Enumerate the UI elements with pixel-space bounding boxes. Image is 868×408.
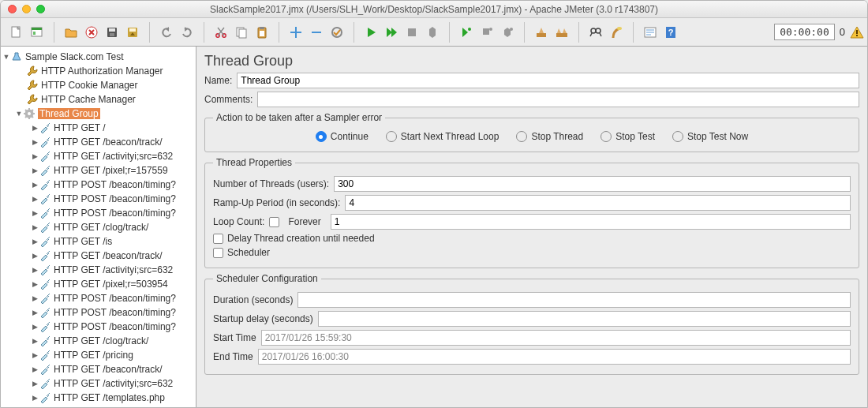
- save-as-button[interactable]: [123, 23, 142, 42]
- caret-icon[interactable]: ▶: [31, 238, 39, 245]
- caret-icon[interactable]: ▶: [31, 280, 39, 288]
- stop-button[interactable]: [402, 23, 421, 42]
- tree-sampler[interactable]: ▶HTTP GET /pixel;r=157559: [1, 163, 196, 178]
- reset-search-button[interactable]: [607, 23, 626, 42]
- caret-icon[interactable]: ▶: [31, 223, 39, 231]
- loop-count-input[interactable]: [331, 214, 851, 230]
- syringe-icon: [39, 221, 51, 234]
- tree-sampler[interactable]: ▶HTTP GET /clog/track/: [1, 220, 196, 234]
- help-button[interactable]: ?: [661, 23, 680, 42]
- ramp-input[interactable]: [345, 195, 851, 211]
- caret-icon[interactable]: ▶: [31, 365, 39, 373]
- caret-icon[interactable]: ▼: [15, 110, 23, 118]
- tree-sampler[interactable]: ▶HTTP POST /beacon/timing?: [1, 192, 196, 206]
- remote-shutdown-button[interactable]: [498, 23, 517, 42]
- warning-icon[interactable]: [850, 25, 864, 39]
- search-button[interactable]: [586, 23, 605, 42]
- name-input[interactable]: [237, 73, 859, 88]
- paste-button[interactable]: [253, 23, 271, 42]
- svg-rect-13: [239, 29, 246, 38]
- caret-icon[interactable]: ▶: [31, 394, 39, 402]
- shutdown-button[interactable]: [423, 23, 442, 42]
- comments-input[interactable]: [257, 92, 859, 107]
- start-button[interactable]: [361, 23, 380, 42]
- new-file-button[interactable]: [7, 23, 26, 42]
- scheduler-checkbox[interactable]: [213, 248, 223, 258]
- threads-input[interactable]: [334, 176, 851, 192]
- tree-sampler[interactable]: ▶HTTP POST /beacon/timing?: [1, 291, 196, 305]
- tree-sampler[interactable]: ▶HTTP GET /templates.php: [1, 391, 196, 405]
- save-button[interactable]: [103, 23, 122, 42]
- tree-root[interactable]: ▼ Sample Slack.com Test: [1, 50, 196, 64]
- tree-sampler[interactable]: ▶HTTP GET /activityi;src=632: [1, 149, 196, 163]
- caret-icon[interactable]: ▼: [2, 53, 10, 61]
- caret-icon[interactable]: ▶: [31, 337, 39, 345]
- close-window-button[interactable]: [8, 5, 17, 13]
- radio-next-loop[interactable]: Start Next Thread Loop: [386, 131, 499, 142]
- tree-sampler[interactable]: ▶HTTP GET /beacon/track/: [1, 362, 196, 376]
- caret-icon[interactable]: ▶: [31, 294, 39, 302]
- caret-icon[interactable]: ▶: [31, 138, 39, 146]
- caret-icon[interactable]: ▶: [31, 252, 39, 260]
- copy-button[interactable]: [232, 23, 251, 42]
- tree-sampler[interactable]: ▶HTTP POST /beacon/timing?: [1, 178, 196, 192]
- radio-continue[interactable]: Continue: [316, 131, 369, 142]
- clear-all-button[interactable]: [552, 23, 571, 42]
- open-file-button[interactable]: [62, 23, 80, 42]
- undo-button[interactable]: [157, 23, 176, 42]
- start-no-pause-button[interactable]: [382, 23, 401, 42]
- caret-icon[interactable]: ▶: [31, 351, 39, 359]
- tree-sampler[interactable]: ▶HTTP GET /pixel;r=503954: [1, 277, 196, 291]
- expand-all-button[interactable]: [286, 23, 305, 42]
- caret-icon[interactable]: ▶: [31, 124, 39, 132]
- tree-config-element[interactable]: ▶HTTP Cache Manager: [1, 92, 196, 107]
- collapse-all-button[interactable]: [307, 23, 326, 42]
- caret-icon[interactable]: ▶: [31, 209, 39, 217]
- close-file-button[interactable]: [82, 23, 101, 42]
- tree-sampler[interactable]: ▶HTTP GET /is: [1, 234, 196, 249]
- templates-button[interactable]: [28, 23, 47, 42]
- tree-sampler[interactable]: ▶HTTP POST /beacon/timing?: [1, 305, 196, 320]
- tree-config-element[interactable]: ▶HTTP Cookie Manager: [1, 78, 196, 92]
- tree-sampler[interactable]: ▶HTTP POST /beacon/timing?: [1, 206, 196, 220]
- forever-checkbox[interactable]: [269, 217, 279, 227]
- tree-sampler[interactable]: ▶HTTP GET /beacon/track/: [1, 249, 196, 263]
- test-plan-tree[interactable]: ▼ Sample Slack.com Test ▶HTTP Authorizat…: [1, 47, 196, 408]
- start-time-input[interactable]: [261, 330, 851, 346]
- end-time-input[interactable]: [258, 349, 851, 365]
- remote-stop-button[interactable]: [477, 23, 496, 42]
- tree-config-element[interactable]: ▶HTTP Authorization Manager: [1, 64, 196, 78]
- caret-icon[interactable]: ▶: [31, 309, 39, 316]
- caret-icon[interactable]: ▶: [31, 266, 39, 274]
- tree-sampler[interactable]: ▶HTTP GET /pricing: [1, 348, 196, 362]
- tree-sampler[interactable]: ▶HTTP POST /beacon/timing?: [1, 320, 196, 334]
- caret-icon[interactable]: ▶: [31, 380, 39, 387]
- delay-thread-checkbox[interactable]: [213, 234, 223, 244]
- zoom-window-button[interactable]: [36, 5, 45, 13]
- radio-stop-thread[interactable]: Stop Thread: [516, 131, 583, 142]
- caret-icon[interactable]: ▶: [31, 195, 39, 203]
- caret-icon[interactable]: ▶: [31, 181, 39, 189]
- clear-button[interactable]: [532, 23, 551, 42]
- toggle-button[interactable]: [327, 23, 346, 42]
- tree-sampler[interactable]: ▶HTTP GET /activityi;src=632: [1, 376, 196, 391]
- tree-sampler[interactable]: ▶HTTP GET /clog/track/: [1, 334, 196, 348]
- cut-button[interactable]: [211, 23, 230, 42]
- remote-start-button[interactable]: [457, 23, 476, 42]
- caret-icon[interactable]: ▶: [31, 167, 39, 174]
- minimize-window-button[interactable]: [22, 5, 31, 13]
- tree-sampler[interactable]: ▶HTTP GET /beacon/track/: [1, 135, 196, 149]
- radio-stop-now[interactable]: Stop Test Now: [672, 131, 748, 142]
- radio-stop-test[interactable]: Stop Test: [600, 131, 655, 142]
- wrench-icon: [26, 93, 39, 106]
- tree-sampler[interactable]: ▶HTTP GET /: [1, 121, 196, 135]
- redo-button[interactable]: [178, 23, 196, 42]
- tree-sampler[interactable]: ▶HTTP GET /activityi;src=632: [1, 263, 196, 277]
- startup-delay-input[interactable]: [318, 311, 851, 327]
- caret-icon[interactable]: ▶: [31, 152, 39, 160]
- function-helper-button[interactable]: [641, 23, 660, 42]
- caret-icon[interactable]: ▶: [31, 323, 39, 331]
- svg-point-17: [332, 28, 342, 37]
- duration-input[interactable]: [297, 292, 851, 308]
- tree-thread-group[interactable]: ▼ Thread Group: [1, 107, 196, 121]
